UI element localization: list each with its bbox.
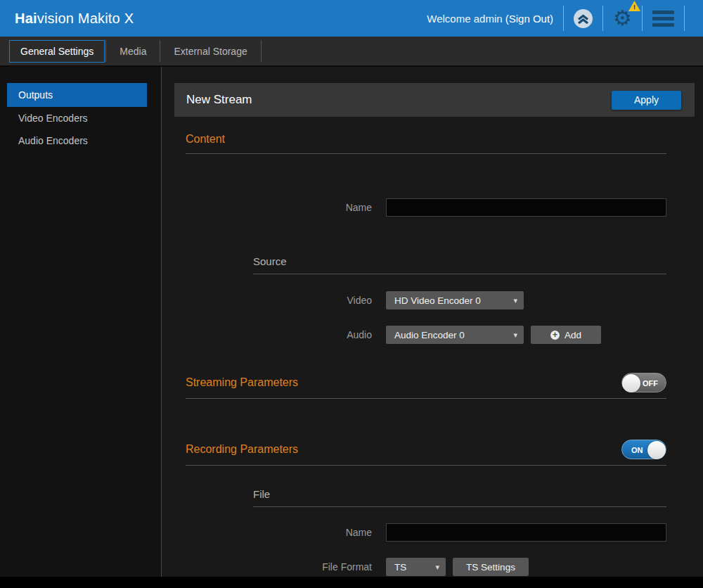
file-format-row: File Format TS ▾ TS Settings <box>174 558 695 576</box>
header-divider <box>602 6 603 31</box>
menu-icon[interactable] <box>652 11 674 27</box>
video-encoder-selected: HD Video Encoder 0 <box>394 295 481 306</box>
welcome-label: Welcome admin <box>427 13 502 25</box>
bottom-strip <box>0 577 703 588</box>
streaming-parameters-row: Streaming Parameters OFF <box>174 373 695 392</box>
header-divider <box>563 6 564 31</box>
plus-icon: + <box>550 331 560 340</box>
sign-out-link[interactable]: (Sign Out) <box>505 13 553 25</box>
video-encoder-dropdown[interactable]: HD Video Encoder 0 ▾ <box>386 291 524 309</box>
content-section-heading: Content <box>186 130 695 148</box>
sidebar-item-outputs[interactable]: Outputs <box>7 83 147 107</box>
app-logo: Haivision Makito X <box>15 11 134 27</box>
toggle-knob <box>622 374 640 392</box>
audio-encoder-selected: Audio Encoder 0 <box>394 330 465 340</box>
recording-parameters-row: Recording Parameters ON <box>174 440 695 459</box>
toggle-knob <box>647 441 666 459</box>
header-actions: Welcome admin (Sign Out) ⚙ ! <box>427 0 695 37</box>
welcome-text: Welcome admin (Sign Out) <box>427 13 553 25</box>
source-subheading: Source <box>253 254 695 269</box>
recording-parameters-heading: Recording Parameters <box>186 443 298 456</box>
admin-settings-button[interactable]: ⚙ ! <box>613 8 632 29</box>
tab-external-storage[interactable]: External Storage <box>161 41 259 62</box>
tab-divider <box>105 40 106 62</box>
tab-divider <box>160 40 160 62</box>
header-divider <box>642 6 643 31</box>
apply-button[interactable]: Apply <box>612 91 681 110</box>
streaming-parameters-toggle[interactable]: OFF <box>621 373 666 392</box>
tab-general-settings[interactable]: General Settings <box>9 40 105 63</box>
add-audio-button[interactable]: + Add <box>531 326 601 344</box>
subsection-divider <box>253 506 666 507</box>
page-body: Outputs Video Encoders Audio Encoders Ne… <box>0 67 703 577</box>
audio-label: Audio <box>174 329 372 340</box>
sidebar-item-audio-encoders[interactable]: Audio Encoders <box>0 129 161 152</box>
tab-media[interactable]: Media <box>107 41 159 62</box>
audio-encoder-dropdown[interactable]: Audio Encoder 0 ▾ <box>386 326 524 344</box>
brand-rest: vision Makito X <box>37 11 134 26</box>
toggle-state-label: ON <box>631 440 643 460</box>
file-format-label: File Format <box>174 561 372 573</box>
file-name-label: Name <box>174 527 372 538</box>
streaming-parameters-heading: Streaming Parameters <box>186 376 298 389</box>
stream-name-label: Name <box>174 202 372 213</box>
section-divider <box>186 153 666 154</box>
chevron-down-icon: ▾ <box>435 563 439 572</box>
file-subheading: File <box>253 487 695 502</box>
main-tabbar: General Settings Media External Storage <box>0 37 703 67</box>
panel-header: New Stream Apply <box>174 83 695 117</box>
audio-source-row: Audio Audio Encoder 0 ▾ + Add <box>174 326 695 344</box>
sidebar: Outputs Video Encoders Audio Encoders <box>0 67 162 577</box>
ts-settings-button[interactable]: TS Settings <box>453 558 529 576</box>
section-divider <box>186 465 666 466</box>
header-divider <box>684 6 685 31</box>
file-format-dropdown[interactable]: TS ▾ <box>386 558 446 576</box>
tab-divider <box>261 40 262 62</box>
haivision-status-icon[interactable] <box>574 9 593 28</box>
stream-name-input[interactable] <box>386 198 666 217</box>
add-button-label: Add <box>565 330 581 340</box>
stream-name-row: Name <box>174 198 695 217</box>
main-content: New Stream Apply Content Name Source Vid… <box>174 67 695 577</box>
file-name-row: Name <box>174 523 695 542</box>
video-source-row: Video HD Video Encoder 0 ▾ <box>174 291 695 309</box>
file-name-input[interactable] <box>386 523 666 542</box>
app-header: Haivision Makito X Welcome admin (Sign O… <box>0 0 703 37</box>
video-label: Video <box>174 295 372 306</box>
file-format-selected: TS <box>394 562 406 573</box>
chevron-down-icon: ▾ <box>513 331 517 340</box>
brand-bold: Hai <box>15 11 37 26</box>
section-divider <box>186 398 666 399</box>
recording-parameters-toggle[interactable]: ON <box>621 440 666 459</box>
chevron-down-icon: ▾ <box>513 296 517 305</box>
toggle-state-label: OFF <box>643 373 658 393</box>
subsection-divider <box>253 274 666 274</box>
sidebar-item-video-encoders[interactable]: Video Encoders <box>0 107 161 129</box>
page-title: New Stream <box>186 93 252 107</box>
